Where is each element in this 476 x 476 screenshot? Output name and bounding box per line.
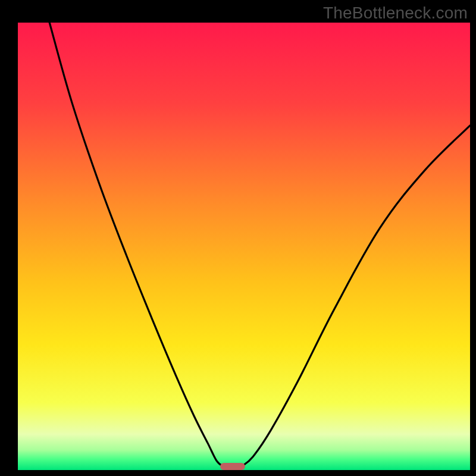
optimal-marker: [220, 463, 245, 470]
bottleneck-chart: [0, 0, 476, 476]
plot-background: [18, 23, 470, 470]
chart-container: TheBottleneck.com: [0, 0, 476, 476]
